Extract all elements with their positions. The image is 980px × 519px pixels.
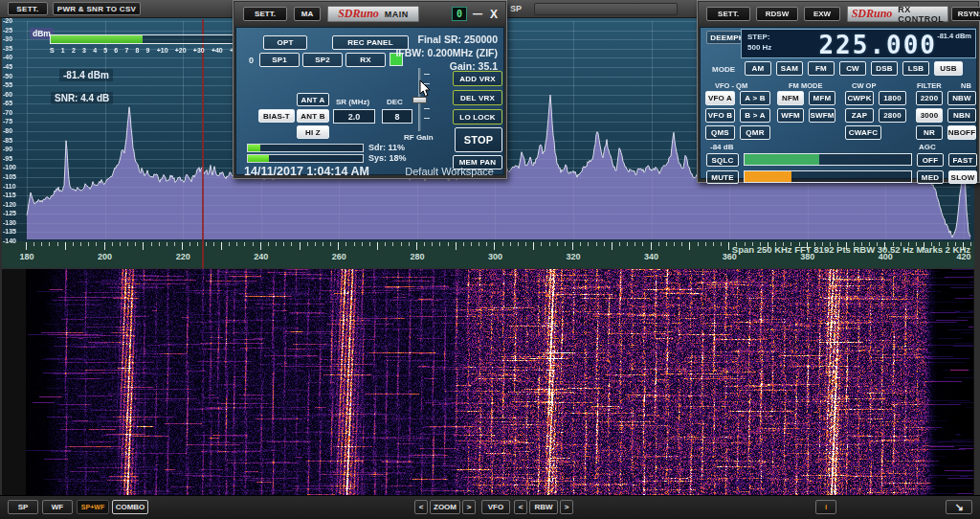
agc-slow-button[interactable]: SLOW [948,170,977,184]
sys-load-bar [247,154,364,163]
rbw-increase-button[interactable]: > [560,500,573,514]
sqlc-button[interactable]: SQLC [706,153,739,167]
rbw-decrease-button[interactable]: < [514,500,527,514]
minimize-button[interactable]: — [471,7,484,21]
resize-corner-button[interactable]: ↘ [946,500,972,514]
mode-cw-button[interactable]: CW [839,61,866,76]
close-button[interactable]: X [486,7,501,21]
dbm-tick-label: -120 [3,201,16,208]
frequency-tick-label: 240 [249,252,274,261]
view-combo-button[interactable]: COMBO [112,500,148,514]
mode-dsb-button[interactable]: DSB [871,61,898,76]
ant-a-button[interactable]: ANT A [297,93,329,106]
nbn-button[interactable]: NBN [947,108,976,123]
dbm-tick-label: -125 [3,210,16,216]
s-meter-fill [51,35,143,43]
nfm-button[interactable]: NFM [777,91,804,105]
view-sp-button[interactable]: SP [8,500,38,514]
waterfall-display[interactable] [26,269,973,495]
del-vrx-button[interactable]: DEL VRX [453,90,502,105]
main-panel-titlebar[interactable]: SETT. MA SDRuno MAIN 0 — X [234,2,505,26]
sp-settings-button[interactable]: SETT. [8,2,48,15]
sp2-button[interactable]: SP2 [302,53,343,67]
s-meter-scale-label: +20 [175,47,187,54]
opt-button[interactable]: OPT [263,35,307,50]
agc-fast-button[interactable]: FAST [948,153,977,167]
sr-value-box[interactable]: 2.0 [333,109,375,124]
zap-button[interactable]: ZAP [845,108,874,123]
rx-settings-button[interactable]: SETT. [706,7,750,21]
zoom-in-button[interactable]: > [462,500,476,514]
agc-off-button[interactable]: OFF [917,153,944,167]
rbw-label-button[interactable]: RBW [529,500,558,514]
mode-am-button[interactable]: AM [745,61,771,76]
hi-z-button[interactable]: HI Z [297,125,329,139]
rx-panel-titlebar[interactable]: SETT. RDSW EXW SDRuno RX CONTROL RSYN1 [699,2,978,26]
mute-button[interactable]: MUTE [706,170,739,184]
volume-level-bar[interactable] [744,170,912,183]
sp1-button[interactable]: SP1 [259,53,300,67]
filter-2800-button[interactable]: 2800 [879,108,906,123]
view-wf-button[interactable]: WF [42,500,73,514]
rx-button[interactable]: RX [345,53,386,67]
dbm-tick-label: -140 [3,237,16,244]
rdsw-button[interactable]: RDSW [756,7,798,21]
s-meter-scale: S123456789+10+20+30+40+50 [50,47,241,54]
vfo-a-button[interactable]: VFO A [705,91,735,105]
swfm-button[interactable]: SWFM [809,108,835,123]
agc-med-button[interactable]: MED [917,170,944,184]
mode-sam-button[interactable]: SAM [776,61,803,76]
qmr-button[interactable]: QMR [740,125,770,140]
workspace-label: Default Workspace [405,166,494,177]
frequency-digits[interactable]: 225.000 [818,31,937,59]
cwafc-button[interactable]: CWAFC [845,125,881,140]
main-ma-button[interactable]: MA [294,7,321,21]
wfm-button[interactable]: WFM [777,108,804,123]
lo-lock-button[interactable]: LO LOCK [453,109,502,124]
squelch-level-bar[interactable] [744,153,912,166]
zoom-label-button[interactable]: ZOOM [430,500,460,514]
main-panel-title: MAIN [385,10,409,19]
dec-value-box[interactable]: 8 [382,109,412,124]
nboff-button[interactable]: NBOFF [947,125,976,140]
dbm-tick-label: -70 [3,109,12,116]
main-settings-button[interactable]: SETT. [243,7,287,21]
b-to-a-button[interactable]: B > A [740,108,770,123]
a-to-b-button[interactable]: A > B [740,91,770,105]
sdruno-application: SETT. PWR & SNR TO CSV SP 18020022024026… [0,0,980,519]
mode-lsb-button[interactable]: LSB [902,61,929,76]
step-label: STEP: [747,33,770,41]
frequency-display[interactable]: STEP: 500 Hz 225.000 -81.4 dBm [741,29,976,58]
exw-button[interactable]: EXW [804,7,840,21]
stop-button[interactable]: STOP [455,127,502,152]
add-vrx-button[interactable]: ADD VRX [453,71,502,86]
s-meter-scale-label: 7 [124,47,128,54]
fm-mode-header: FM MODE [789,81,822,90]
mode-usb-button[interactable]: USB [934,61,963,76]
rsyn1-button[interactable]: RSYN1 [951,7,980,21]
info-button[interactable]: i [815,500,836,514]
rf-gain-slider-knob[interactable] [412,97,427,103]
sdr-load-label: Sdr: 11% [368,143,405,152]
pwr-snr-to-csv-button[interactable]: PWR & SNR TO CSV [53,2,141,15]
dbm-tick-label: -75 [3,118,12,124]
nbw-button[interactable]: NBW [947,91,976,105]
cwpk-button[interactable]: CWPK [845,91,874,105]
vfo-frequency-marker[interactable] [202,19,204,268]
mode-fm-button[interactable]: FM [808,61,835,76]
view-sp-wf-button[interactable]: SP+WF [77,500,109,514]
zoom-out-button[interactable]: < [414,500,428,514]
filter-3000-button[interactable]: 3000 [916,108,943,123]
ant-b-button[interactable]: ANT B [297,109,329,123]
nr-button[interactable]: NR [916,125,943,140]
vfo-button[interactable]: VFO [481,500,510,514]
frequency-tick-label: 300 [482,252,507,261]
s-meter-scale-label: +30 [193,47,205,54]
filter-1800-button[interactable]: 1800 [879,91,906,105]
bias-t-button[interactable]: BIAS-T [258,109,295,123]
qms-button[interactable]: QMS [705,125,735,140]
mode-label: MODE [712,65,735,74]
vfo-b-button[interactable]: VFO B [705,108,735,123]
filter-2200-button[interactable]: 2200 [916,91,943,105]
mfm-button[interactable]: MFM [809,91,835,105]
